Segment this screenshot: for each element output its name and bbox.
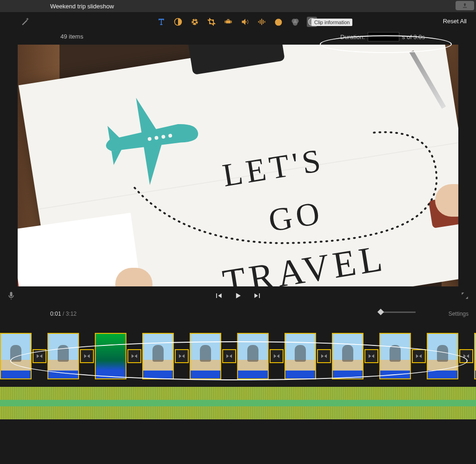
reset-all-button[interactable]: Reset All <box>443 18 467 25</box>
color-balance-icon[interactable] <box>173 17 183 27</box>
duration-control: Duration: s of 3.0s <box>340 32 425 41</box>
zoom-slider[interactable] <box>378 312 416 313</box>
timeline-clip[interactable] <box>237 333 269 379</box>
timeline-clip[interactable] <box>0 333 32 379</box>
audio-track[interactable] <box>0 387 476 419</box>
transition-icon[interactable] <box>317 349 331 363</box>
timeline-clip[interactable] <box>474 333 476 379</box>
transition-icon[interactable] <box>222 349 236 363</box>
crop-icon[interactable] <box>206 17 217 27</box>
playhead-time: 0:01 / 3:12 <box>50 311 77 317</box>
prev-button[interactable] <box>214 291 223 302</box>
svg-rect-10 <box>231 21 232 23</box>
svg-point-20 <box>293 21 298 26</box>
svg-rect-16 <box>264 21 265 22</box>
timeline-clip[interactable] <box>427 333 458 379</box>
timeline-clip[interactable] <box>95 333 126 379</box>
svg-point-4 <box>197 20 198 22</box>
project-title: Weekend trip slideshow <box>50 3 114 10</box>
svg-point-3 <box>194 19 196 20</box>
noise-reduction-icon[interactable] <box>257 17 267 27</box>
svg-rect-14 <box>261 19 262 25</box>
share-button[interactable] <box>456 1 474 10</box>
transition-icon[interactable] <box>364 349 378 363</box>
timeline-clip[interactable] <box>190 333 221 379</box>
next-button[interactable] <box>253 291 262 302</box>
timeline-clip[interactable] <box>47 333 79 379</box>
transition-icon[interactable] <box>175 349 189 363</box>
item-count-label: 49 items <box>60 33 83 40</box>
svg-rect-9 <box>225 21 226 23</box>
stabilization-icon[interactable] <box>223 17 233 27</box>
timeline-clip[interactable] <box>142 333 174 379</box>
filter-icon[interactable] <box>290 17 300 27</box>
transition-icon[interactable] <box>459 349 473 363</box>
sub-toolbar: 49 items Duration: s of 3.0s <box>0 31 476 45</box>
title-bar: Weekend trip slideshow <box>0 0 476 12</box>
preview-viewer: LET'S GO TRAVEL <box>18 45 458 286</box>
fullscreen-button[interactable] <box>460 291 469 302</box>
svg-rect-8 <box>226 20 231 24</box>
timeline-clip[interactable] <box>332 333 364 379</box>
duration-label: Duration: <box>340 33 365 40</box>
transition-icon[interactable] <box>80 349 94 363</box>
svg-point-2 <box>194 21 196 23</box>
text-tool-icon[interactable] <box>156 17 166 27</box>
svg-point-17 <box>275 19 281 25</box>
timeline-header: 0:01 / 3:12 Settings <box>0 307 476 321</box>
magic-wand-button[interactable] <box>20 17 30 28</box>
duration-input[interactable] <box>368 32 399 41</box>
transition-icon[interactable] <box>270 349 284 363</box>
duration-suffix: s of 3.0s <box>402 33 425 40</box>
color-correction-icon[interactable] <box>190 17 200 27</box>
svg-point-5 <box>196 23 197 25</box>
svg-rect-15 <box>263 20 264 24</box>
timeline-clip[interactable] <box>379 333 411 379</box>
svg-point-7 <box>192 20 193 21</box>
transition-icon[interactable] <box>127 349 141 363</box>
transport-bar <box>0 286 476 307</box>
volume-icon[interactable] <box>240 17 250 27</box>
svg-rect-13 <box>260 20 261 24</box>
timeline-settings-button[interactable]: Settings <box>449 311 469 317</box>
svg-rect-11 <box>227 19 230 20</box>
clips-row <box>0 333 476 379</box>
airplane-graphic <box>84 78 221 207</box>
speed-icon[interactable] <box>273 17 284 27</box>
svg-rect-12 <box>258 21 259 22</box>
play-button[interactable] <box>233 291 243 302</box>
inspector-toolbar: Reset All <box>0 12 476 31</box>
tooltip: Clip information <box>311 19 352 26</box>
transition-icon[interactable] <box>412 349 426 363</box>
timeline[interactable] <box>0 321 476 451</box>
timeline-clip[interactable] <box>284 333 316 379</box>
svg-point-6 <box>192 23 194 24</box>
transition-icon[interactable] <box>33 349 46 363</box>
voiceover-button[interactable] <box>7 291 16 302</box>
